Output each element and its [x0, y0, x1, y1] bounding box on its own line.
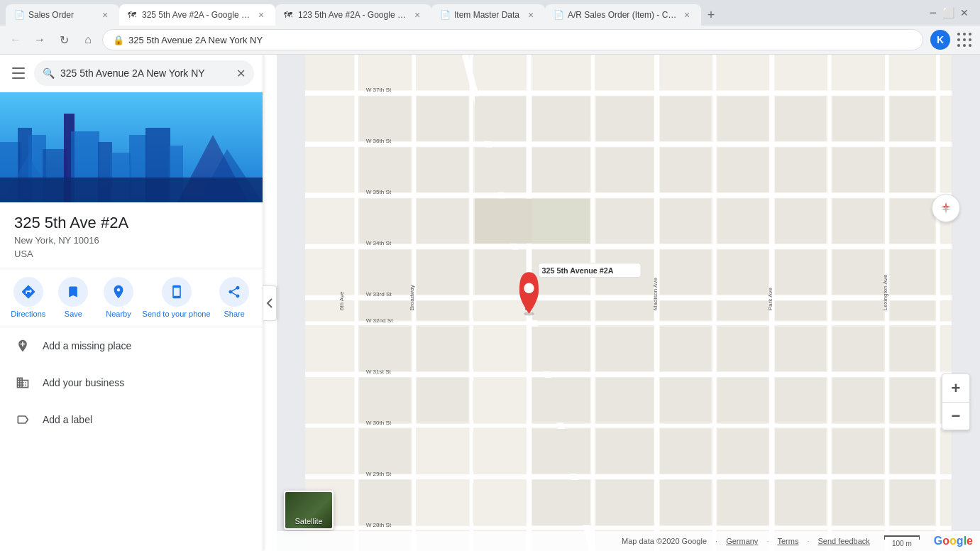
- svg-text:W 33rd St: W 33rd St: [366, 291, 392, 298]
- zoom-in-button[interactable]: +: [942, 373, 970, 402]
- hamburger-menu-button[interactable]: [9, 63, 28, 83]
- back-button[interactable]: ←: [6, 30, 26, 50]
- map-footer-separator3: ·: [807, 537, 809, 545]
- directions-icon-circle: [13, 277, 43, 307]
- save-button[interactable]: Save: [52, 277, 94, 318]
- nearby-button[interactable]: Nearby: [97, 277, 140, 318]
- svg-rect-110: [832, 378, 883, 422]
- profile-button[interactable]: K: [930, 30, 950, 50]
- restore-button[interactable]: ⬜: [942, 7, 954, 18]
- svg-text:W 28th St: W 28th St: [366, 522, 392, 528]
- satellite-toggle[interactable]: Satellite: [284, 491, 334, 530]
- share-button[interactable]: Share: [213, 277, 255, 318]
- svg-rect-75: [596, 429, 654, 474]
- nearby-icon: [111, 284, 126, 300]
- save-label: Save: [65, 310, 82, 318]
- svg-rect-56: [475, 148, 526, 192]
- zoom-buttons: + −: [942, 373, 970, 430]
- action-buttons: Directions Save Nearby: [0, 268, 263, 327]
- svg-rect-93: [717, 429, 769, 474]
- svg-rect-115: [890, 199, 935, 244]
- svg-rect-72: [596, 301, 654, 320]
- share-label: Share: [224, 310, 245, 318]
- map-data-attribution: Map data ©2020 Google: [622, 537, 707, 545]
- location-address-line1: New York, NY 10016: [14, 235, 248, 246]
- svg-rect-111: [832, 429, 883, 474]
- compass-button[interactable]: [932, 194, 960, 222]
- tab5-close[interactable]: ×: [681, 9, 693, 21]
- address-bar-row: ← → ↻ ⌂ 🔒 325 5th Avenue 2A New York NY …: [0, 26, 980, 54]
- send-feedback-link[interactable]: Send feedback: [817, 537, 869, 545]
- window-controls: − ⬜ ✕: [929, 6, 974, 21]
- svg-rect-50: [417, 199, 468, 244]
- svg-rect-79: [660, 199, 711, 244]
- home-button[interactable]: ⌂: [78, 30, 98, 50]
- svg-rect-80: [660, 250, 711, 295]
- forward-button[interactable]: →: [30, 30, 50, 50]
- clear-search-button[interactable]: ✕: [236, 67, 246, 80]
- svg-rect-51: [417, 250, 468, 295]
- svg-rect-101: [775, 378, 826, 422]
- svg-rect-94: [717, 480, 769, 525]
- reload-button[interactable]: ↻: [54, 30, 74, 50]
- add-label-item[interactable]: Add a label: [0, 401, 263, 438]
- tab4-title: Item Master Data: [454, 10, 521, 20]
- satellite-thumbnail[interactable]: Satellite: [284, 491, 334, 530]
- satellite-label: Satellite: [285, 517, 332, 525]
- nearby-label: Nearby: [106, 310, 131, 318]
- map-footer-germany[interactable]: Germany: [726, 537, 758, 545]
- svg-rect-58: [475, 250, 526, 295]
- sidebar-collapse-button[interactable]: [263, 285, 277, 321]
- svg-rect-96: [775, 148, 826, 192]
- tab4-favicon: 📄: [440, 10, 450, 20]
- svg-rect-89: [717, 250, 769, 295]
- minimize-button[interactable]: −: [929, 6, 937, 21]
- new-tab-button[interactable]: +: [701, 5, 721, 25]
- send-to-phone-button[interactable]: Send to your phone: [143, 277, 211, 318]
- tab1-close[interactable]: ×: [99, 9, 111, 21]
- add-missing-place-item[interactable]: Add a missing place: [0, 327, 263, 364]
- address-bar[interactable]: 🔒 325 5th Avenue 2A New York NY: [102, 29, 923, 50]
- svg-rect-39: [360, 97, 411, 141]
- svg-point-141: [524, 283, 534, 293]
- add-business-item[interactable]: Add your business: [0, 364, 263, 401]
- svg-rect-76: [596, 480, 654, 525]
- svg-text:Lexington Ave: Lexington Ave: [882, 274, 888, 310]
- svg-rect-106: [832, 199, 883, 244]
- svg-rect-44: [360, 327, 411, 371]
- add-missing-place-label: Add a missing place: [43, 340, 131, 351]
- zoom-in-icon: +: [952, 379, 961, 398]
- map-area[interactable]: .road { stroke: #fff; stroke-width: 2; f…: [277, 55, 980, 551]
- svg-rect-63: [532, 301, 590, 320]
- svg-text:325 5th Avenue #2A: 325 5th Avenue #2A: [541, 266, 613, 275]
- tab2-close[interactable]: ×: [255, 9, 267, 21]
- tab1-title: Sales Order: [28, 10, 95, 20]
- sidebar: 🔍 ✕: [0, 55, 263, 551]
- svg-rect-138: [475, 199, 532, 244]
- hamburger-line-2: [12, 72, 25, 74]
- tab-google-maps-2[interactable]: 🗺 123 5th Ave #2A - Google Maps ×: [275, 4, 431, 26]
- zoom-out-button[interactable]: −: [942, 402, 970, 430]
- svg-rect-40: [360, 148, 411, 192]
- location-address-line2: USA: [14, 249, 248, 259]
- directions-button[interactable]: Directions: [7, 277, 50, 318]
- tab-ar-sales[interactable]: 📄 A/R Sales Order (Item) - CR (US) ×: [545, 4, 701, 26]
- map-footer-terms[interactable]: Terms: [777, 537, 798, 545]
- tab3-title: 123 5th Ave #2A - Google Maps: [298, 10, 407, 20]
- tab-item-master[interactable]: 📄 Item Master Data ×: [431, 4, 545, 26]
- browser-chrome: 📄 Sales Order × 🗺 325 5th Ave #2A - Goog…: [0, 0, 980, 55]
- svg-rect-109: [832, 327, 883, 371]
- profile-initial: K: [937, 34, 944, 45]
- close-window-button[interactable]: ✕: [960, 7, 969, 18]
- tab-google-maps-1[interactable]: 🗺 325 5th Ave #2A - Google Maps ×: [119, 4, 275, 26]
- svg-rect-68: [596, 97, 654, 141]
- browser-menu-button[interactable]: [954, 30, 974, 50]
- tab-sales-order[interactable]: 📄 Sales Order ×: [6, 4, 119, 26]
- svg-text:Madison Ave: Madison Ave: [652, 278, 659, 311]
- search-input[interactable]: [60, 67, 236, 79]
- svg-rect-86: [717, 97, 769, 141]
- tab4-close[interactable]: ×: [525, 9, 536, 21]
- tab3-close[interactable]: ×: [412, 9, 423, 21]
- sidebar-header: 🔍 ✕: [0, 55, 263, 92]
- search-box[interactable]: 🔍 ✕: [34, 60, 254, 86]
